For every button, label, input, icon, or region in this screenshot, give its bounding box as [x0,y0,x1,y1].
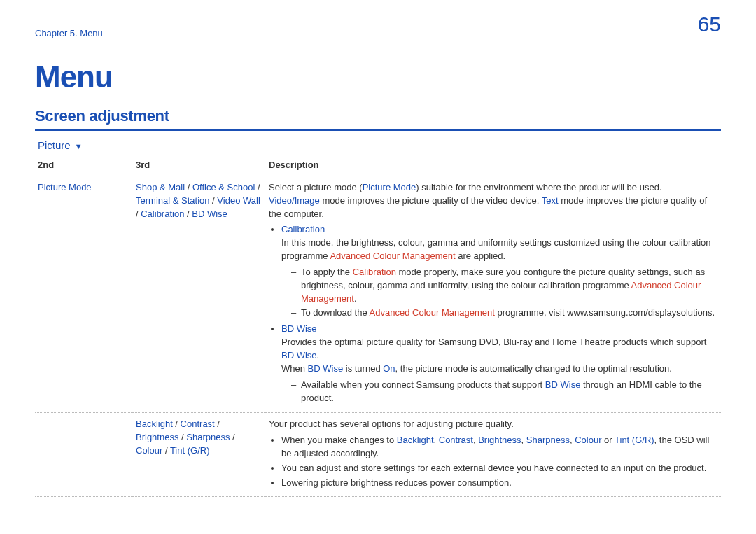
term-on: On [383,363,395,374]
text: , [522,435,526,445]
text: When you make changes to [281,435,397,445]
col-header-2nd: 2nd [35,155,133,176]
text: mode improves the picture quality of the… [320,195,542,206]
option: Terminal & Station [136,195,210,206]
desc-paragraph: Select a picture mode (Picture Mode) sui… [269,181,715,195]
separator: / [173,419,181,429]
term-bd-wise: BD Wise [545,379,581,390]
bullet-body: In this mode, the brightness, colour, ga… [281,237,715,263]
text: Select a picture mode ( [269,182,363,192]
term-bd-wise: BD Wise [281,350,317,360]
dash-item: To download the Advanced Colour Manageme… [291,307,715,320]
dash-list: Available when you connect Samsung produ… [291,379,715,405]
text: or [601,435,615,445]
bullet-body: When BD Wise is turned On, the picture m… [281,363,715,376]
term-bd-wise: BD Wise [281,323,317,334]
settings-table: 2nd 3rd Description Picture Mode Shop & … [35,155,721,497]
bullet-item: BD Wise Provides the optimal picture qua… [281,323,715,405]
separator: / [255,182,260,192]
separator: / [230,432,234,442]
cell-description: Select a picture mode (Picture Mode) sui… [266,176,721,413]
dash-list: To apply the Calibration mode properly, … [291,266,715,320]
text: When [281,363,308,374]
dropdown-label: Picture [38,139,71,151]
dash-item: Available when you connect Samsung produ… [291,379,715,405]
text: To download the [301,307,370,318]
term-text: Text [542,195,559,206]
page-header: Chapter 5. Menu [35,28,721,38]
section-heading: Screen adjustment [35,107,721,131]
desc-paragraph: Your product has several options for adj… [269,418,715,431]
bullet-body: Provides the optimal picture quality for… [281,336,715,363]
text: Provides the optimal picture quality for… [281,337,706,347]
term: Brightness [478,435,521,445]
term: Backlight [397,435,434,445]
page-title: Menu [35,59,721,94]
bullet-item: Calibration In this mode, the brightness… [281,223,715,320]
text: To apply the [301,267,353,277]
option: Tint (G/R) [170,445,210,456]
option: Shop & Mall [136,182,185,192]
text: . [354,293,357,304]
cell-2nd: Picture Mode [35,176,133,413]
col-header-3rd: 3rd [133,155,266,176]
chapter-label: Chapter 5. Menu [35,28,103,38]
option: Sharpness [186,432,230,442]
dash-item: To apply the Calibration mode properly, … [291,266,715,306]
option: Office & School [192,182,255,192]
term-calibration: Calibration [353,267,396,277]
text: , the picture mode is automatically chan… [396,363,672,374]
bullet-item: Lowering picture brightness reduces powe… [281,477,715,490]
separator: / [185,182,192,192]
table-row: Backlight / Contrast / Brightness / Shar… [35,413,721,496]
bullet-list: When you make changes to Backlight, Cont… [269,434,715,489]
term: Sharpness [526,435,570,445]
text: is turned [343,363,383,374]
separator: / [215,419,220,429]
term-calibration: Calibration [281,224,325,234]
desc-paragraph: Video/Image mode improves the picture qu… [269,195,715,221]
picture-dropdown[interactable]: Picture ▼ [35,135,721,155]
term-bd-wise: BD Wise [308,363,344,374]
separator: / [210,195,218,206]
col-header-description: Description [266,155,721,176]
option: Backlight [136,419,173,429]
text: , [434,435,439,445]
cell-3rd: Backlight / Contrast / Brightness / Shar… [133,413,266,496]
term-picture-mode: Picture Mode [363,182,416,192]
option: Colour [136,445,162,456]
page-number: 65 [698,13,721,36]
term: Colour [575,435,601,445]
bullet-list: Calibration In this mode, the brightness… [269,223,715,405]
cell-2nd [35,413,133,496]
term-acm: Advanced Colour Management [370,307,495,318]
option: Brightness [136,432,178,442]
term-acm: Advanced Colour Management [330,251,455,261]
table-row: Picture Mode Shop & Mall / Office & Scho… [35,176,721,413]
term: Tint (G/R) [615,435,654,445]
option: Video Wall [217,195,260,206]
text: are applied. [456,251,506,261]
option: BD Wise [192,209,227,219]
chevron-down-icon: ▼ [75,142,83,150]
option: Contrast [181,419,215,429]
table-header-row: 2nd 3rd Description [35,155,721,176]
term-video-image: Video/Image [269,195,320,206]
cell-description: Your product has several options for adj… [266,413,721,496]
term: Contrast [439,435,473,445]
manual-page: Chapter 5. Menu 65 Menu Screen adjustmen… [0,0,756,534]
text: ) suitable for the environment where the… [416,182,662,192]
text: Available when you connect Samsung produ… [301,379,545,390]
separator: / [178,432,186,442]
bullet-item: You can adjust and store settings for ea… [281,462,715,475]
text: programme, visit www.samsung.com/display… [495,307,715,318]
option: Calibration [141,209,184,219]
text: . [317,350,320,360]
cell-3rd: Shop & Mall / Office & School / Terminal… [133,176,266,413]
separator: / [162,445,170,456]
separator: / [184,209,192,219]
bullet-item: When you make changes to Backlight, Cont… [281,434,715,461]
